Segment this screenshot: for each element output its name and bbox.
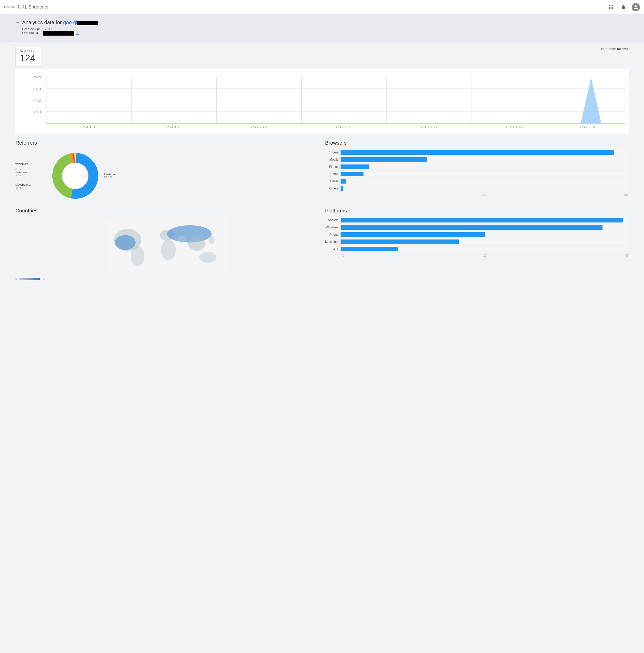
svg-rect-6 <box>609 8 610 9</box>
total-clicks-value: 124 <box>20 53 37 64</box>
browser-mobile-label: Mobile <box>325 158 340 161</box>
browser-mobile-row: Mobile <box>325 157 628 162</box>
original-url-row: Original URL: ↗ <box>22 31 628 35</box>
svg-marker-33 <box>581 78 601 123</box>
page-header: ← Analytics data for goo.gl Created Apr … <box>0 15 644 42</box>
header-right <box>607 3 640 11</box>
user-avatar[interactable] <box>631 3 640 11</box>
google-logo: Google <box>4 5 15 9</box>
browser-chrome-row: Chrome <box>325 150 628 155</box>
donut-chart-svg <box>49 150 101 201</box>
browser-others-fill <box>340 186 343 191</box>
platform-android-fill <box>340 218 623 222</box>
scale-gradient <box>19 277 40 280</box>
timeframe-value: all time <box>617 47 628 51</box>
browser-firefox-label: Firefox <box>325 165 340 169</box>
meta-info: Created Apr 7, 2017 Original URL: ↗ <box>16 27 628 35</box>
platform-macintosh-fill <box>340 240 459 244</box>
svg-text:2013: 2013 <box>250 125 267 129</box>
notifications-button[interactable] <box>619 3 627 11</box>
platform-macintosh-label: Macintosh <box>325 240 340 244</box>
svg-text:40: 40 <box>33 99 41 102</box>
svg-rect-3 <box>609 7 610 7</box>
browser-dalvik-row: Dalvik <box>325 179 628 184</box>
redacted-url-suffix <box>77 21 98 25</box>
country-scale: 0 56 <box>16 277 319 281</box>
browser-firefox-fill <box>340 165 369 169</box>
svg-point-42 <box>115 235 136 250</box>
svg-point-46 <box>167 225 212 243</box>
svg-rect-8 <box>612 8 613 9</box>
platform-iphone-track <box>340 232 628 237</box>
platform-macintosh-row: Macintosh <box>325 240 628 244</box>
svg-point-49 <box>199 252 217 263</box>
app-name: URL Shortener <box>18 4 49 10</box>
platform-macintosh-track <box>340 240 628 244</box>
svg-point-45 <box>161 240 176 260</box>
platform-windows-fill <box>340 225 602 230</box>
platforms-bar-chart: Android Windows iPhone <box>325 218 628 257</box>
legend-item-unknown-pct: 0.8% unknown 1.6% <box>16 168 46 177</box>
platform-android-track <box>340 218 628 222</box>
browser-dalvik-track <box>340 179 628 184</box>
svg-text:2017: 2017 <box>579 125 596 129</box>
short-url-link[interactable]: goo.gl <box>63 20 77 25</box>
platform-x11-track <box>340 247 628 251</box>
referrers-browsers-section: Referrers www.insta... 0.8% unknown 1.6%… <box>16 140 628 201</box>
browsers-title: Browsers <box>325 140 628 146</box>
timeframe-row: Timeframe: all time <box>599 47 628 51</box>
platform-windows-track <box>340 225 628 230</box>
created-date: Created Apr 7, 2017 <box>22 27 628 31</box>
page-title: Analytics data for goo.gl <box>22 20 98 26</box>
referrers-legend-left: www.insta... 0.8% unknown 1.6% l.faceboo… <box>16 163 46 189</box>
line-chart: 80 60 40 20 2011 2012 2013 2014 2015 <box>16 69 628 134</box>
svg-text:2015: 2015 <box>421 125 437 129</box>
svg-text:2016: 2016 <box>506 125 523 129</box>
svg-text:2011: 2011 <box>80 125 97 129</box>
svg-point-39 <box>62 163 89 189</box>
svg-rect-4 <box>611 7 611 7</box>
original-url-link[interactable]: ↗ <box>76 31 79 35</box>
referrers-legend-right: l.instagra... 53.2% <box>104 173 118 179</box>
svg-rect-5 <box>612 7 613 7</box>
app-header: Google URL Shortener <box>0 0 644 15</box>
browser-firefox-track <box>340 165 628 169</box>
platforms-title: Platforms <box>325 208 628 214</box>
svg-text:2014: 2014 <box>335 125 352 129</box>
total-clicks-card: Total Clicks 124 <box>16 47 41 67</box>
platform-android-row: Android <box>325 218 628 222</box>
browser-mobile-fill <box>340 157 427 162</box>
timeframe-label: Timeframe: <box>599 47 616 51</box>
back-link[interactable]: ← Analytics data for goo.gl <box>16 20 628 26</box>
platform-x11-label: X11 <box>325 247 340 251</box>
grid-button[interactable] <box>607 3 615 11</box>
svg-point-50 <box>209 236 214 244</box>
back-arrow-icon: ← <box>16 20 20 25</box>
logo-g: G <box>4 5 7 9</box>
platform-iphone-row: iPhone <box>325 232 628 237</box>
browsers-bar-chart: Chrome Mobile Firefox <box>325 150 628 196</box>
platform-x11-fill <box>340 247 398 251</box>
countries-section: Countries <box>16 208 319 281</box>
browser-dalvik-fill <box>340 179 346 184</box>
browser-safari-fill <box>340 172 363 176</box>
browser-dalvik-label: Dalvik <box>325 179 340 183</box>
browsers-axis: 0 50 100 <box>325 193 628 196</box>
scale-min: 0 <box>16 277 17 281</box>
browser-others-track <box>340 186 628 191</box>
svg-point-48 <box>177 236 187 242</box>
referrers-section: Referrers www.insta... 0.8% unknown 1.6%… <box>16 140 319 201</box>
svg-rect-7 <box>611 8 611 9</box>
browser-safari-track <box>340 172 628 176</box>
svg-text:60: 60 <box>33 88 41 91</box>
platform-iphone-label: iPhone <box>325 233 340 236</box>
line-chart-svg: 80 60 40 20 2011 2012 2013 2014 2015 <box>16 71 628 133</box>
platform-windows-label: Windows <box>325 225 340 229</box>
scale-max: 56 <box>42 277 45 281</box>
browser-safari-label: Safari <box>325 172 340 176</box>
svg-text:80: 80 <box>33 76 41 79</box>
browser-firefox-row: Firefox <box>325 165 628 169</box>
platforms-section: Platforms Android Windows iPhone <box>325 208 628 281</box>
browser-chrome-track <box>340 150 628 155</box>
legend-item-instagram-www: www.insta... <box>16 163 46 166</box>
